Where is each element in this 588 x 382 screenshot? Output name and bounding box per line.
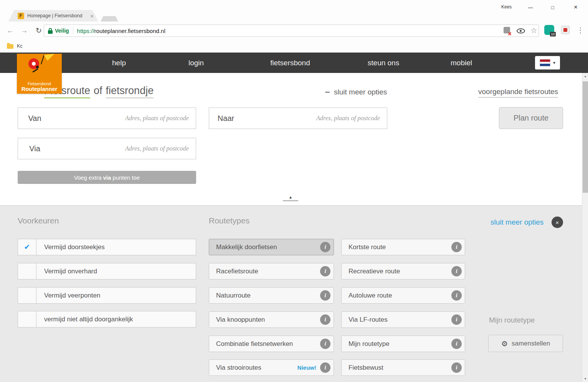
site-logo[interactable]: Fietsersbond Routeplanner (17, 54, 62, 94)
van-input[interactable] (51, 107, 196, 129)
routetype-label: Via strooiroutes (216, 364, 297, 372)
preference-label[interactable]: vermijd niet altijd doorgankelijk (36, 311, 196, 327)
reload-button[interactable]: ↻ (32, 24, 45, 37)
preplanned-routes-link[interactable]: voorgeplande fietsroutes (478, 88, 558, 98)
info-icon[interactable]: i (451, 242, 462, 252)
collapse-line (283, 200, 298, 201)
info-icon[interactable]: i (320, 339, 330, 349)
naar-label: Naar (209, 107, 243, 129)
info-icon[interactable]: i (451, 362, 462, 373)
scrollbar-thumb[interactable] (583, 81, 588, 193)
translate-icon[interactable] (504, 27, 510, 33)
info-icon[interactable]: i (320, 362, 330, 373)
routetype-via-knooppunten[interactable]: Via knooppunten i (209, 311, 334, 328)
routetype-mijn-routetype[interactable]: Mijn routetype i (341, 336, 465, 352)
routetype-fietsbewust[interactable]: Fietsbewust i (341, 359, 465, 376)
close-more-options-top-link[interactable]: − sluit meer opties (325, 88, 387, 96)
browser-toolbar: ← → ↻ Veilig https://routeplanner.fietse… (0, 21, 588, 40)
eye-icon[interactable] (517, 28, 525, 33)
routetype-label: Via knooppunten (216, 316, 320, 324)
preference-label[interactable]: Vermijd onverhard (36, 263, 196, 279)
routetype-natuurroute[interactable]: Natuurroute i (209, 287, 334, 304)
close-more-options-top-label: sluit meer opties (334, 88, 387, 96)
info-icon[interactable]: i (320, 242, 330, 252)
van-label: Van (18, 107, 52, 129)
info-icon[interactable]: i (451, 290, 462, 301)
info-icon[interactable]: i (320, 314, 330, 325)
new-badge: Nieuw! (297, 364, 316, 371)
info-icon[interactable]: i (451, 266, 462, 276)
via-input[interactable] (51, 138, 196, 159)
forward-button[interactable]: → (18, 24, 31, 37)
close-more-options-link[interactable]: sluit meer opties (491, 218, 543, 227)
routetype-kortste-route[interactable]: Kortste route i (341, 239, 465, 255)
logo-flag-pole (41, 55, 45, 64)
gear-icon: ⚙ (501, 339, 508, 348)
info-icon[interactable]: i (451, 314, 462, 325)
collapse-panel-control[interactable]: ▲ (283, 195, 298, 201)
site-nav: help login fietsersbond steun ons mobiel… (0, 53, 588, 73)
routetype-racefietsroute[interactable]: Racefietsroute i (209, 263, 334, 279)
preference-label[interactable]: Vermijd doorsteekjes (36, 239, 196, 255)
checkbox-vermijd-niet-doorgankelijk[interactable] (18, 311, 36, 327)
titlebar: F Homepage | Fietsersbond × Kees — □ × (0, 0, 588, 21)
routetype-combinatie-fietsnetwerken[interactable]: Combinatie fietsnetwerken i (209, 336, 334, 352)
bookmarks-bar: Kc (0, 40, 588, 53)
address-bar[interactable]: Veilig https://routeplanner.fietsersbond… (44, 25, 539, 37)
padlock-icon[interactable] (48, 28, 53, 34)
extension-icon-2[interactable] (561, 26, 570, 34)
scrollbar[interactable]: ▲ ▼ (582, 73, 588, 382)
maximize-button[interactable]: □ (546, 2, 560, 12)
bookmark-star-icon[interactable]: ☆ (529, 24, 539, 37)
browser-menu-icon[interactable]: ⋮ (575, 24, 586, 37)
naar-input[interactable] (243, 107, 387, 129)
preference-label[interactable]: Vermijd veerponten (36, 287, 196, 304)
plan-route-button[interactable]: Plan route (499, 107, 563, 129)
checkbox-vermijd-doorsteekjes[interactable]: ✔ (18, 239, 36, 255)
checkbox-vermijd-veerponten[interactable] (18, 287, 36, 304)
close-icon[interactable]: × (552, 217, 563, 228)
checkbox-vermijd-onverhard[interactable] (18, 263, 36, 279)
security-label[interactable]: Veilig (55, 28, 69, 34)
minimize-button[interactable]: — (524, 2, 537, 12)
url-scheme: https:// (77, 28, 94, 34)
info-icon[interactable]: i (320, 266, 330, 276)
scroll-down-icon[interactable]: ▼ (582, 375, 588, 382)
chevron-down-icon: ▾ (553, 60, 555, 65)
chevron-up-icon: ▲ (283, 195, 298, 199)
close-window-button[interactable]: × (569, 2, 583, 12)
routetype-recreatieve-route[interactable]: Recreatieve route i (341, 263, 465, 279)
my-routetype-title: Mijn routetype (489, 316, 535, 324)
back-button[interactable]: ← (4, 24, 17, 37)
logo-text-routeplanner: Routeplanner (17, 86, 62, 92)
scroll-up-icon[interactable]: ▲ (582, 73, 588, 79)
browser-tab[interactable]: F Homepage | Fietsersbond × (8, 10, 98, 21)
compose-routetype-button[interactable]: ⚙ samenstellen (488, 335, 563, 352)
tab-title: Homepage | Fietsersbond (27, 13, 88, 18)
nav-item-login[interactable]: login (188, 53, 204, 73)
routetype-via-strooiroutes[interactable]: Via strooiroutes Nieuw! i (209, 359, 334, 376)
extension-badge: 10 (550, 32, 556, 36)
folder-icon (7, 44, 13, 49)
routetype-label: Via LF-routes (349, 316, 451, 324)
info-icon[interactable]: i (451, 339, 462, 349)
url-host: routeplanner.fietsersbond.nl (94, 28, 165, 34)
add-via-button[interactable]: Voeg extra via punten toe (18, 171, 196, 184)
tab-close-icon[interactable]: × (90, 13, 94, 19)
routetype-autoluwe-route[interactable]: Autoluwe route i (341, 287, 465, 304)
routetype-makkelijk-doorfietsen[interactable]: Makkelijk doorfietsen i (209, 239, 334, 255)
language-selector[interactable]: ▾ (535, 56, 560, 69)
profile-name[interactable]: Kees (501, 4, 512, 10)
routetype-via-lf-routes[interactable]: Via LF-routes i (341, 311, 465, 328)
new-tab-button[interactable] (101, 16, 118, 21)
info-icon[interactable]: i (320, 290, 330, 301)
preference-row: Vermijd onverhard (18, 263, 196, 279)
nav-item-steun-ons[interactable]: steun ons (368, 53, 399, 73)
nav-item-help[interactable]: help (112, 53, 126, 73)
link-fietsrondje[interactable]: fietsrondje (106, 85, 154, 98)
nav-item-mobiel[interactable]: mobiel (451, 53, 472, 73)
bookmark-item-kc[interactable]: Kc (17, 43, 23, 49)
netherlands-flag-icon (540, 59, 550, 66)
heading-of: of (94, 85, 102, 96)
nav-item-fietsersbond[interactable]: fietsersbond (270, 53, 310, 73)
